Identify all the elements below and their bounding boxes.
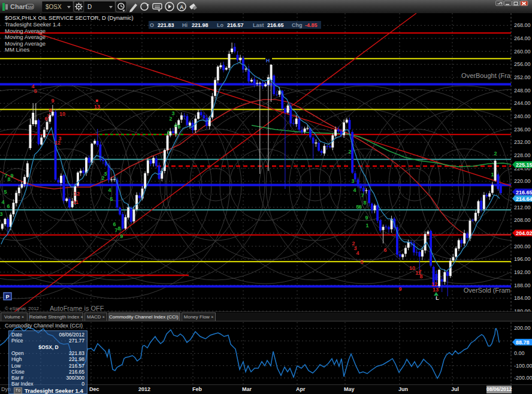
svg-text:6: 6 <box>113 221 116 227</box>
svg-text:P: P <box>5 294 9 300</box>
svg-text:88.78: 88.78 <box>516 339 530 345</box>
svg-text:4: 4 <box>356 250 359 256</box>
svg-text:5: 5 <box>4 189 7 195</box>
svg-text:188.00: 188.00 <box>514 282 531 288</box>
svg-text:4: 4 <box>108 187 111 193</box>
svg-text:© eSignal, 2012: © eSignal, 2012 <box>5 306 40 311</box>
svg-text:1: 1 <box>365 222 368 228</box>
svg-text:6: 6 <box>383 247 386 253</box>
svg-text:244.00: 244.00 <box>514 100 531 106</box>
svg-text:260.00: 260.00 <box>514 49 531 55</box>
svg-text:221.98: 221.98 <box>192 22 208 28</box>
svg-text:4: 4 <box>174 122 177 128</box>
svg-text:204.02: 204.02 <box>516 230 532 236</box>
svg-text:OverBought (Fra: OverBought (Fra <box>461 72 511 79</box>
svg-text:232.00: 232.00 <box>514 139 531 145</box>
svg-text:Last: Last <box>253 22 264 28</box>
svg-text:5: 5 <box>110 196 113 202</box>
svg-text:MM Lines: MM Lines <box>5 46 29 53</box>
svg-text:225.15: 225.15 <box>516 162 532 168</box>
svg-text:$OSX: $OSX <box>46 4 62 10</box>
svg-text:0.00: 0.00 <box>514 350 525 356</box>
svg-text:-200.00: -200.00 <box>514 375 532 381</box>
svg-text:1: 1 <box>491 172 494 178</box>
svg-text:220.00: 220.00 <box>514 178 531 184</box>
svg-text:2: 2 <box>169 116 172 122</box>
svg-text:221.83: 221.83 <box>158 22 174 28</box>
svg-text:252.00: 252.00 <box>514 74 531 80</box>
svg-text:SM: SM <box>28 5 33 9</box>
svg-text:240.00: 240.00 <box>514 113 531 119</box>
svg-text:9: 9 <box>120 233 123 239</box>
svg-text:268.00: 268.00 <box>514 22 531 28</box>
svg-text:4: 4 <box>353 187 356 193</box>
svg-text:200.00: 200.00 <box>514 243 531 249</box>
svg-text:3: 3 <box>171 110 174 116</box>
svg-text:-100.00: -100.00 <box>514 363 532 369</box>
svg-text:192.00: 192.00 <box>514 269 531 275</box>
svg-text:9: 9 <box>398 286 401 292</box>
svg-text:7: 7 <box>361 193 364 198</box>
svg-text:9: 9 <box>365 215 368 221</box>
svg-text:236.00: 236.00 <box>514 127 531 133</box>
svg-text:Tradesight Seeker 1.4: Tradesight Seeker 1.4 <box>5 21 61 28</box>
svg-text:228.00: 228.00 <box>514 152 531 158</box>
svg-text:Chg: Chg <box>292 22 303 28</box>
svg-text:8: 8 <box>49 107 52 113</box>
svg-text:L: L <box>436 295 439 301</box>
svg-text:AutoFrame is OFF: AutoFrame is OFF <box>50 305 104 312</box>
svg-text:3: 3 <box>0 211 3 217</box>
svg-text:D: D <box>87 4 92 10</box>
svg-text:5: 5 <box>34 88 37 94</box>
svg-text:8: 8 <box>117 225 120 231</box>
svg-text:12: 12 <box>74 191 80 197</box>
svg-text:5: 5 <box>360 259 363 265</box>
svg-text:11: 11 <box>72 199 78 205</box>
svg-text:9: 9 <box>10 173 13 179</box>
svg-text:OverSold (Fram: OverSold (Fram <box>464 287 510 294</box>
svg-text:10: 10 <box>59 111 65 117</box>
svg-text:A: A <box>180 4 184 10</box>
svg-text:184.00: 184.00 <box>514 295 531 301</box>
svg-text:Hi: Hi <box>182 22 188 28</box>
svg-text:208.00: 208.00 <box>514 217 531 223</box>
svg-text:Moving Average: Moving Average <box>5 28 46 34</box>
svg-text:13: 13 <box>433 287 439 293</box>
svg-text:O: O <box>150 22 154 28</box>
svg-text:Commodity Channel Index (CCI): Commodity Channel Index (CCI) <box>5 323 83 329</box>
svg-text:212.00: 212.00 <box>514 204 531 210</box>
svg-text:200.00: 200.00 <box>514 325 531 331</box>
svg-text:-4.85: -4.85 <box>305 22 318 28</box>
svg-text:216.57: 216.57 <box>227 22 244 28</box>
svg-text:256.00: 256.00 <box>514 61 531 67</box>
svg-text:12: 12 <box>55 140 61 146</box>
svg-text:6: 6 <box>7 203 10 209</box>
svg-text:2: 2 <box>494 151 497 157</box>
svg-text:6: 6 <box>44 116 47 122</box>
svg-text:11: 11 <box>415 270 421 276</box>
svg-text:3: 3 <box>104 171 107 177</box>
svg-text:216.65: 216.65 <box>267 22 284 28</box>
svg-text:10: 10 <box>409 265 415 271</box>
svg-text:5: 5 <box>177 124 180 130</box>
svg-text:9: 9 <box>51 98 54 104</box>
svg-text:196.00: 196.00 <box>514 256 531 262</box>
svg-text:216.65: 216.65 <box>516 190 532 196</box>
svg-text:264.00: 264.00 <box>514 35 531 41</box>
svg-text:$OSX,PHLX OIL SERVICE SECTOR,: $OSX,PHLX OIL SERVICE SECTOR, D (Dynamic… <box>5 14 134 21</box>
svg-text:2: 2 <box>348 149 351 155</box>
svg-text:H: H <box>266 58 270 64</box>
svg-text:248.00: 248.00 <box>514 88 531 94</box>
svg-text:Moving Average: Moving Average <box>5 34 46 40</box>
svg-text:6: 6 <box>358 204 361 210</box>
svg-text:Chart: Chart <box>10 3 28 10</box>
svg-text:Lo: Lo <box>217 22 223 28</box>
svg-text:Moving Average: Moving Average <box>5 40 46 47</box>
svg-text:8: 8 <box>363 200 366 206</box>
svg-text:1: 1 <box>167 130 170 136</box>
svg-text:13: 13 <box>94 104 100 110</box>
svg-text:3: 3 <box>351 178 354 184</box>
svg-text:214.64: 214.64 <box>516 196 532 202</box>
svg-text:180.00: 180.00 <box>514 308 531 312</box>
svg-text:4: 4 <box>1 199 4 205</box>
